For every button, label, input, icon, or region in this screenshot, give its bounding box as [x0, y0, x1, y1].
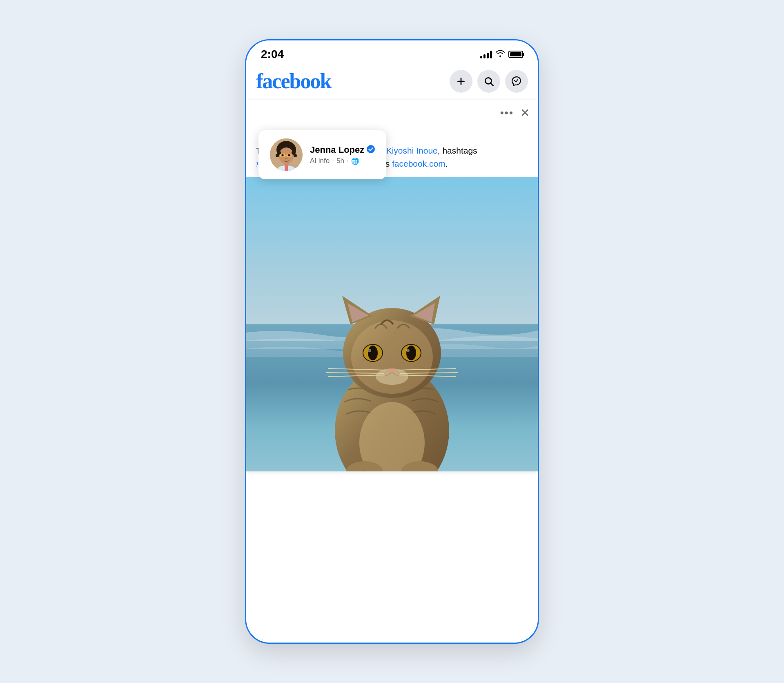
author-name-row: Jenna Lopez: [310, 145, 375, 155]
battery-icon: [508, 51, 523, 58]
globe-icon: 🌐: [351, 157, 359, 165]
author-meta: AI info · 5h · 🌐: [310, 157, 375, 165]
body-text-middle: , hashtags: [438, 146, 477, 155]
more-options-button[interactable]: •••: [500, 107, 514, 119]
svg-rect-9: [285, 165, 288, 171]
messenger-button[interactable]: [505, 70, 528, 93]
avatar: [270, 138, 303, 171]
author-popup: Jenna Lopez AI info · 5h · 🌐: [258, 130, 386, 179]
author-name: Jenna Lopez: [310, 145, 364, 155]
signal-icon: [480, 50, 492, 58]
svg-point-46: [376, 368, 408, 385]
separator2: ·: [347, 157, 349, 165]
header-icons: [450, 70, 528, 93]
svg-line-3: [491, 83, 493, 85]
verified-badge: [367, 145, 375, 155]
svg-point-15: [285, 158, 287, 159]
separator: ·: [332, 157, 334, 165]
wifi-icon: [495, 49, 505, 60]
post-image: [246, 177, 538, 471]
status-icons: [480, 49, 523, 60]
svg-point-32: [368, 346, 378, 360]
status-bar: 2:04: [246, 40, 538, 65]
svg-point-19: [294, 154, 297, 157]
fb-header: facebook: [246, 65, 538, 100]
post-header: ••• ✕: [246, 100, 538, 120]
mention-link[interactable]: Kiyoshi Inoue: [386, 146, 438, 155]
body-text-suffix: .: [445, 159, 448, 168]
add-button[interactable]: [450, 70, 472, 93]
phone-frame: 2:04 facebook: [245, 39, 539, 644]
svg-point-14: [288, 154, 290, 156]
ai-info-label: AI info: [310, 157, 330, 165]
svg-point-17: [276, 154, 279, 157]
status-time: 2:04: [261, 48, 284, 61]
svg-point-36: [406, 346, 416, 360]
svg-point-34: [368, 349, 371, 352]
facebook-logo: facebook: [256, 69, 331, 93]
svg-point-20: [367, 145, 375, 153]
website-link[interactable]: facebook.com: [392, 159, 445, 168]
author-info: Jenna Lopez AI info · 5h · 🌐: [310, 145, 375, 165]
time-ago: 5h: [336, 157, 344, 165]
svg-point-38: [406, 349, 410, 352]
svg-point-13: [282, 154, 284, 156]
close-button[interactable]: ✕: [520, 106, 530, 120]
search-button[interactable]: [477, 70, 500, 93]
